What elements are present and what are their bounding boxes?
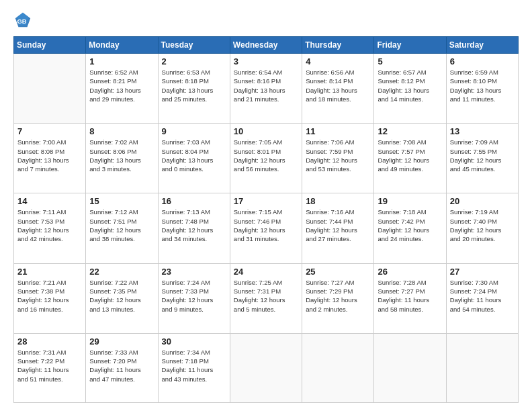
day-info-line: Sunset: 7:31 PM — [234, 287, 298, 295]
day-info-line: and 18 minutes. — [306, 95, 370, 103]
day-info-line: Sunset: 7:29 PM — [306, 287, 370, 295]
col-friday: Friday — [374, 37, 446, 54]
day-info-line: Sunset: 8:08 PM — [17, 147, 82, 156]
day-info-line: and 53 minutes. — [306, 165, 370, 173]
day-info-line: Sunrise: 7:05 AM — [234, 138, 298, 146]
day-info-line: Daylight: 12 hours — [306, 295, 370, 304]
day-info-line: Daylight: 11 hours — [17, 365, 82, 374]
day-info-line: Daylight: 12 hours — [17, 295, 82, 304]
calendar-cell: 6Sunrise: 6:59 AMSunset: 8:10 PMDaylight… — [446, 54, 518, 124]
day-info-line: Daylight: 13 hours — [234, 86, 298, 95]
col-saturday: Saturday — [446, 37, 518, 54]
day-info-line: Sunset: 8:04 PM — [162, 147, 226, 156]
day-info-line: and 51 minutes. — [17, 375, 82, 383]
day-number: 2 — [162, 56, 226, 66]
svg-text:GB: GB — [17, 18, 27, 25]
day-info-line: Sunrise: 7:34 AM — [162, 348, 226, 357]
day-info-line: Sunrise: 7:16 AM — [306, 208, 370, 216]
calendar-cell: 28Sunrise: 7:31 AMSunset: 7:22 PMDayligh… — [14, 333, 86, 402]
calendar-cell: 14Sunrise: 7:11 AMSunset: 7:53 PMDayligh… — [14, 193, 86, 263]
day-number: 17 — [234, 196, 298, 206]
day-info-line: Sunrise: 6:52 AM — [89, 68, 154, 77]
day-info-line: Sunset: 7:53 PM — [17, 217, 82, 226]
day-info-line: and 20 minutes. — [450, 234, 515, 243]
day-info-line: Sunset: 7:44 PM — [306, 217, 370, 226]
day-info-line: Daylight: 13 hours — [162, 86, 226, 95]
day-number: 20 — [450, 196, 515, 206]
day-info-line: and 34 minutes. — [162, 234, 226, 243]
day-number: 16 — [162, 196, 226, 206]
day-info-line: Sunset: 8:16 PM — [234, 77, 298, 85]
day-number: 14 — [17, 196, 82, 206]
day-number: 4 — [306, 56, 370, 66]
day-info-line: Sunset: 8:01 PM — [234, 147, 298, 156]
day-info-line: Sunrise: 7:33 AM — [89, 348, 154, 357]
calendar-cell: 12Sunrise: 7:08 AMSunset: 7:57 PMDayligh… — [374, 124, 446, 193]
day-number: 28 — [17, 336, 82, 347]
day-info-line: and 11 minutes. — [450, 95, 515, 103]
calendar-cell: 17Sunrise: 7:15 AMSunset: 7:46 PMDayligh… — [230, 193, 302, 263]
day-info-line: Daylight: 13 hours — [89, 156, 154, 165]
day-number: 30 — [162, 336, 226, 347]
calendar-cell: 10Sunrise: 7:05 AMSunset: 8:01 PMDayligh… — [230, 124, 302, 193]
day-info-line: and 7 minutes. — [17, 165, 82, 173]
col-tuesday: Tuesday — [158, 37, 230, 54]
day-info-line: Daylight: 13 hours — [450, 86, 515, 95]
day-info-line: Sunrise: 7:13 AM — [162, 208, 226, 216]
day-info-line: Daylight: 13 hours — [306, 86, 370, 95]
day-info-line: Sunrise: 7:03 AM — [162, 138, 226, 146]
calendar-cell: 20Sunrise: 7:19 AMSunset: 7:40 PMDayligh… — [446, 193, 518, 263]
day-info-line: and 0 minutes. — [162, 165, 226, 173]
day-info-line: Sunset: 7:46 PM — [234, 217, 298, 226]
day-info-line: Sunset: 7:20 PM — [89, 357, 154, 365]
calendar-cell: 15Sunrise: 7:12 AMSunset: 7:51 PMDayligh… — [86, 193, 158, 263]
day-info-line: Sunrise: 7:18 AM — [378, 208, 442, 216]
day-info-line: Sunrise: 7:02 AM — [89, 138, 154, 146]
day-info-line: Sunrise: 7:31 AM — [17, 348, 82, 357]
day-number: 18 — [306, 196, 370, 206]
day-info-line: Daylight: 12 hours — [162, 295, 226, 304]
day-info-line: and 2 minutes. — [306, 305, 370, 314]
calendar-table: Sunday Monday Tuesday Wednesday Thursday… — [13, 36, 519, 403]
day-info-line: Daylight: 12 hours — [234, 295, 298, 304]
day-info-line: and 25 minutes. — [162, 95, 226, 103]
calendar-cell: 30Sunrise: 7:34 AMSunset: 7:18 PMDayligh… — [158, 333, 230, 402]
day-info-line: Sunset: 7:33 PM — [162, 287, 226, 295]
header: GB — [13, 11, 519, 30]
day-info-line: Sunrise: 7:09 AM — [450, 138, 515, 146]
day-info-line: Daylight: 12 hours — [89, 295, 154, 304]
day-info-line: Sunrise: 7:24 AM — [162, 278, 226, 287]
calendar-cell: 3Sunrise: 6:54 AMSunset: 8:16 PMDaylight… — [230, 54, 302, 124]
day-number: 8 — [89, 126, 154, 136]
day-info-line: Sunrise: 7:19 AM — [450, 208, 515, 216]
day-info-line: Sunset: 8:18 PM — [162, 77, 226, 85]
day-info-line: and 3 minutes. — [89, 165, 154, 173]
day-info-line: Sunrise: 7:30 AM — [450, 278, 515, 287]
day-info-line: Sunrise: 7:28 AM — [378, 278, 442, 287]
day-info-line: Daylight: 12 hours — [450, 156, 515, 165]
calendar-cell: 29Sunrise: 7:33 AMSunset: 7:20 PMDayligh… — [86, 333, 158, 402]
day-number: 11 — [306, 126, 370, 136]
day-info-line: Sunset: 8:12 PM — [378, 77, 442, 85]
col-sunday: Sunday — [14, 37, 86, 54]
day-info-line: Sunset: 8:06 PM — [89, 147, 154, 156]
day-info-line: Sunset: 7:40 PM — [450, 217, 515, 226]
day-info-line: and 27 minutes. — [306, 234, 370, 243]
calendar-cell: 1Sunrise: 6:52 AMSunset: 8:21 PMDaylight… — [86, 54, 158, 124]
day-info-line: Daylight: 12 hours — [450, 226, 515, 234]
day-info-line: Sunrise: 7:08 AM — [378, 138, 442, 146]
day-info-line: Sunset: 7:18 PM — [162, 357, 226, 365]
calendar-cell: 4Sunrise: 6:56 AMSunset: 8:14 PMDaylight… — [302, 54, 374, 124]
col-wednesday: Wednesday — [230, 37, 302, 54]
day-info-line: Sunrise: 7:21 AM — [17, 278, 82, 287]
day-info-line: Sunset: 8:14 PM — [306, 77, 370, 85]
day-info-line: and 42 minutes. — [17, 234, 82, 243]
day-info-line: and 58 minutes. — [378, 305, 442, 314]
day-number: 29 — [89, 336, 154, 347]
calendar-cell: 11Sunrise: 7:06 AMSunset: 7:59 PMDayligh… — [302, 124, 374, 193]
calendar-cell — [230, 333, 302, 402]
day-info-line: Sunset: 7:59 PM — [306, 147, 370, 156]
day-info-line: Daylight: 12 hours — [234, 226, 298, 234]
day-number: 7 — [17, 126, 82, 136]
day-number: 5 — [378, 56, 442, 66]
